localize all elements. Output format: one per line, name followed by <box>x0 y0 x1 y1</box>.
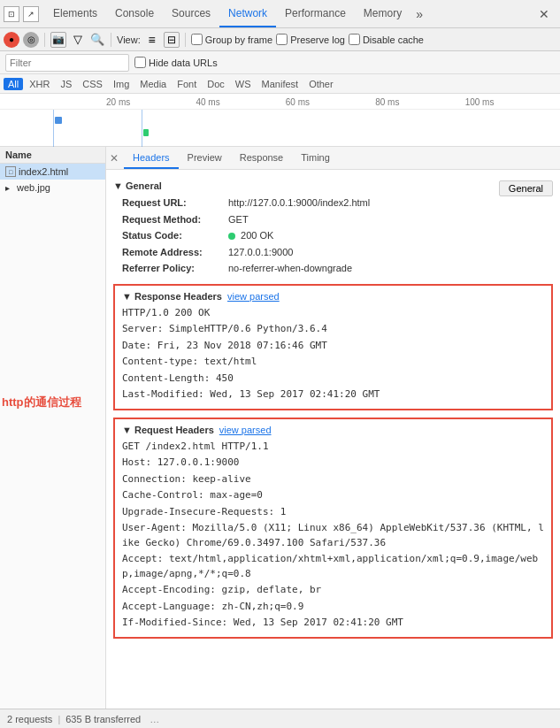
tab-bar: ⊡ ↗ Elements Console Sources Network Per… <box>0 0 560 28</box>
detail-tab-headers[interactable]: Headers <box>124 147 179 169</box>
type-btn-font[interactable]: Font <box>173 78 201 90</box>
file-item-index2html[interactable]: □ index2.html <box>0 164 105 180</box>
response-header-line-6: Last-Modified: Wed, 13 Sep 2017 02:41:20… <box>122 387 544 403</box>
annotation-text: http的通信过程 <box>2 395 81 410</box>
prop-remote-value: 127.0.0.1:9000 <box>228 245 293 260</box>
toolbar-separator-2 <box>111 33 111 47</box>
general-button[interactable]: General <box>499 180 553 196</box>
view-list-button[interactable]: ≡ <box>144 32 160 48</box>
request-header-line-10: If-Modified-Since: Wed, 13 Sep 2017 02:4… <box>122 615 544 632</box>
preserve-log-checkbox[interactable]: Preserve log <box>276 34 345 45</box>
request-header-line-7: Accept: text/html,application/xhtml+xml,… <box>122 551 544 582</box>
tab-elements[interactable]: Elements <box>44 0 106 27</box>
status-requests: 2 requests <box>7 714 52 724</box>
tab-console[interactable]: Console <box>106 0 163 27</box>
tab-more[interactable]: » <box>410 7 428 21</box>
timeline-ruler: 20 ms 40 ms 60 ms 80 ms 100 ms <box>0 94 560 110</box>
status-extra: … <box>150 714 159 724</box>
timeline-bar-2 <box>143 129 149 136</box>
type-btn-xhr[interactable]: XHR <box>25 78 54 90</box>
tab-performance[interactable]: Performance <box>276 0 355 27</box>
filter-row: Hide data URLs <box>0 51 560 74</box>
status-dot <box>228 233 235 240</box>
prop-referrer: Referrer Policy: no-referrer-when-downgr… <box>113 260 553 277</box>
file-name-webjpg: web.jpg <box>17 182 50 193</box>
request-header-line-9: Accept-Language: zh-CN,zh;q=0.9 <box>122 599 544 616</box>
prop-method: Request Method: GET <box>113 211 553 228</box>
clear-button[interactable]: ◎ <box>23 32 39 48</box>
file-item-webjpg[interactable]: ▸ web.jpg <box>0 180 105 195</box>
disable-cache-checkbox[interactable]: Disable cache <box>349 34 424 45</box>
prop-status: Status Code: 200 OK <box>113 227 553 244</box>
type-btn-css[interactable]: CSS <box>78 78 107 90</box>
timeline-label-20ms: 20 ms <box>106 97 196 109</box>
file-icon-html: □ <box>5 166 16 177</box>
request-header-line-4: Cache-Control: max-age=0 <box>122 487 544 504</box>
record-stop-button[interactable]: ● <box>4 32 19 48</box>
detail-tab-timing[interactable]: Timing <box>292 147 339 169</box>
type-btn-media[interactable]: Media <box>135 78 171 90</box>
general-section-title: General ▼ General <box>113 180 553 191</box>
detail-tab-preview[interactable]: Preview <box>179 147 231 169</box>
file-list: Name □ index2.html ▸ web.jpg http的通信过程 <box>0 147 106 709</box>
type-btn-doc[interactable]: Doc <box>203 78 229 90</box>
prop-method-value: GET <box>228 212 249 227</box>
devtools-close[interactable]: ✕ <box>532 7 556 21</box>
tab-memory[interactable]: Memory <box>355 0 410 27</box>
detail-tabs: ✕ Headers Preview Response Timing <box>106 147 560 170</box>
response-header-line-1: HTTP/1.0 200 OK <box>122 305 544 322</box>
group-by-frame-checkbox[interactable]: Group by frame <box>191 34 272 45</box>
tab-network[interactable]: Network <box>219 0 276 27</box>
view-grid-button[interactable]: ⊟ <box>164 32 180 48</box>
request-header-line-1: GET /index2.html HTTP/1.1 <box>122 439 544 456</box>
timeline: 20 ms 40 ms 60 ms 80 ms 100 ms <box>0 94 560 147</box>
filter-button[interactable]: ▽ <box>70 32 86 48</box>
type-btn-all[interactable]: All <box>4 78 23 90</box>
response-headers-title: ▼ Response Headers view parsed <box>122 291 544 302</box>
detail-panel: ✕ Headers Preview Response Timing Genera… <box>106 147 560 709</box>
tab-bar-tabs: Elements Console Sources Network Perform… <box>44 0 532 27</box>
camera-button[interactable]: 📷 <box>50 32 66 48</box>
detail-tab-response[interactable]: Response <box>231 147 293 169</box>
response-header-line-5: Content-Length: 450 <box>122 371 544 387</box>
hide-data-urls-checkbox[interactable]: Hide data URLs <box>134 57 218 68</box>
prop-url-label: Request URL: <box>122 195 228 211</box>
filter-input[interactable] <box>5 54 129 72</box>
type-btn-other[interactable]: Other <box>304 78 338 90</box>
request-header-line-6: User-Agent: Mozilla/5.0 (X11; Linux x86_… <box>122 520 544 551</box>
request-header-line-8: Accept-Encoding: gzip, deflate, br <box>122 582 544 599</box>
tab-sources[interactable]: Sources <box>163 0 219 27</box>
view-label: View: <box>117 34 141 45</box>
search-button[interactable]: 🔍 <box>89 32 105 48</box>
dock-icon: ↗ <box>23 6 39 22</box>
type-btn-manifest[interactable]: Manifest <box>257 78 303 90</box>
request-header-line-5: Upgrade-Insecure-Requests: 1 <box>122 504 544 521</box>
status-bar: 2 requests | 635 B transferred … <box>0 709 560 728</box>
type-btn-ws[interactable]: WS <box>231 78 256 90</box>
prop-referrer-label: Referrer Policy: <box>122 261 228 276</box>
response-header-line-4: Content-type: text/html <box>122 354 544 371</box>
request-headers-view-parsed[interactable]: view parsed <box>219 425 272 435</box>
type-btn-js[interactable]: JS <box>56 78 76 90</box>
prop-url: Request URL: http://127.0.0.1:9000/index… <box>113 195 499 211</box>
toolbar: ● ◎ 📷 ▽ 🔍 View: ≡ ⊟ Group by frame Prese… <box>0 28 560 51</box>
timeline-marker-1 <box>53 110 54 147</box>
response-headers-view-parsed[interactable]: view parsed <box>227 291 280 302</box>
type-btn-img[interactable]: Img <box>109 78 134 90</box>
timeline-label-80ms: 80 ms <box>375 97 464 109</box>
prop-status-label: Status Code: <box>122 228 228 243</box>
file-list-header: Name <box>0 147 105 164</box>
timeline-bars <box>0 110 560 147</box>
response-headers-section: ▼ Response Headers view parsed HTTP/1.0 … <box>113 284 553 410</box>
prop-url-value: http://127.0.0.1:9000/index2.html <box>228 195 370 211</box>
status-sep: | <box>58 714 60 724</box>
timeline-bar-1 <box>55 117 62 124</box>
timeline-label-60ms: 60 ms <box>286 97 375 109</box>
timeline-label-40ms: 40 ms <box>196 97 285 109</box>
request-headers-title: ▼ Request Headers view parsed <box>122 425 544 435</box>
detail-close-btn[interactable]: ✕ <box>110 152 119 165</box>
file-name-index2html: index2.html <box>19 166 68 177</box>
prop-referrer-value: no-referrer-when-downgrade <box>228 261 352 276</box>
general-section: General ▼ General Request URL: http://12… <box>113 180 553 277</box>
file-icon-img: ▸ <box>5 183 14 193</box>
